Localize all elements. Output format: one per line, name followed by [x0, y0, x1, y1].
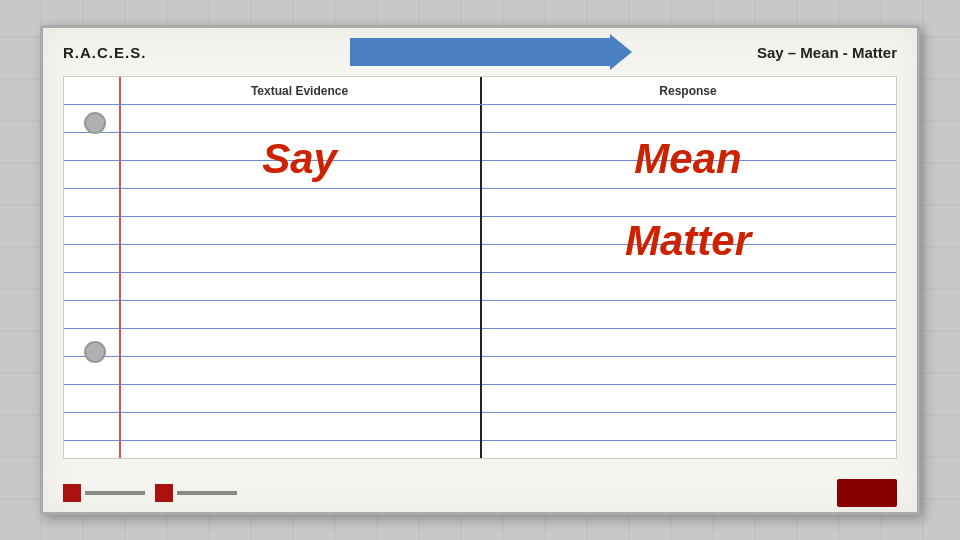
tool-item-right[interactable] — [155, 484, 237, 502]
tool-item-left[interactable] — [63, 484, 145, 502]
tool-square-left — [63, 484, 81, 502]
ring-hole-bottom — [84, 341, 106, 363]
right-column-header: Response — [480, 77, 896, 104]
say-mean-matter-label: Say – Mean - Matter — [757, 44, 897, 61]
matter-text: Matter — [625, 217, 751, 265]
say-text: Say — [262, 135, 337, 183]
arrow-container — [243, 38, 717, 66]
matter-label-container: Matter — [480, 217, 896, 265]
tool-square-right — [155, 484, 173, 502]
top-bar: R.A.C.E.S. Say – Mean - Matter — [43, 28, 917, 76]
tool-line-right — [177, 491, 237, 495]
column-headers: Textual Evidence Response — [64, 77, 896, 105]
say-label-container: Say — [64, 135, 480, 183]
races-label: R.A.C.E.S. — [63, 44, 146, 61]
whiteboard: R.A.C.E.S. Say – Mean - Matter — [40, 25, 920, 515]
mean-label-container: Mean — [480, 135, 896, 183]
arrow-right-icon — [350, 38, 610, 66]
notebook: Textual Evidence Response Say Mean Matte… — [63, 76, 897, 459]
left-column-header: Textual Evidence — [64, 77, 480, 104]
mean-text: Mean — [634, 135, 741, 183]
eraser-tool[interactable] — [837, 479, 897, 507]
tool-line-left — [85, 491, 145, 495]
bottom-toolbar — [43, 474, 917, 512]
ring-hole-top — [84, 112, 106, 134]
